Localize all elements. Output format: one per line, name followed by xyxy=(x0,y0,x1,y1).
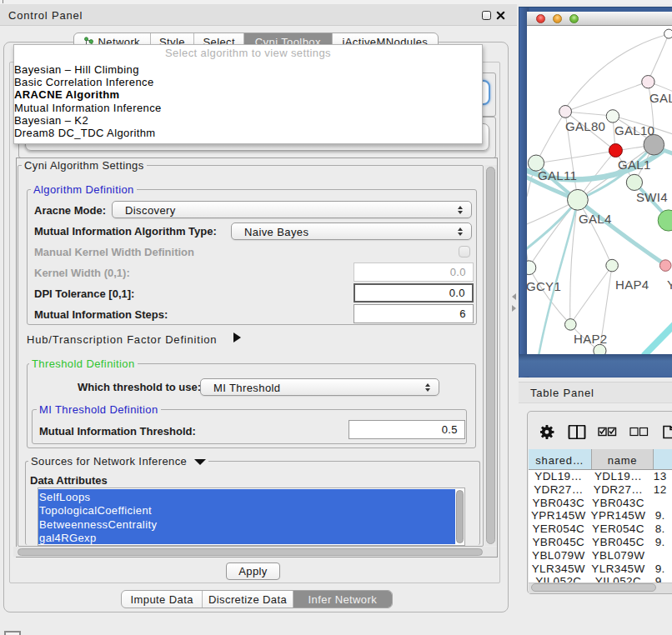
svg-text:GAL80: GAL80 xyxy=(565,119,605,133)
svg-text:GAL4: GAL4 xyxy=(579,212,612,226)
svg-text:GAL80: GAL80 xyxy=(649,91,672,105)
svg-text:HAP4: HAP4 xyxy=(615,278,649,292)
svg-text:YJ: YJ xyxy=(667,278,672,292)
svg-text:HAP2: HAP2 xyxy=(574,332,607,346)
svg-text:GAL11: GAL11 xyxy=(538,168,577,182)
svg-text:SWI4: SWI4 xyxy=(636,190,668,204)
svg-text:GAL1: GAL1 xyxy=(618,158,651,172)
svg-text:GCY1: GCY1 xyxy=(527,279,561,293)
svg-text:GAL10: GAL10 xyxy=(614,123,654,138)
